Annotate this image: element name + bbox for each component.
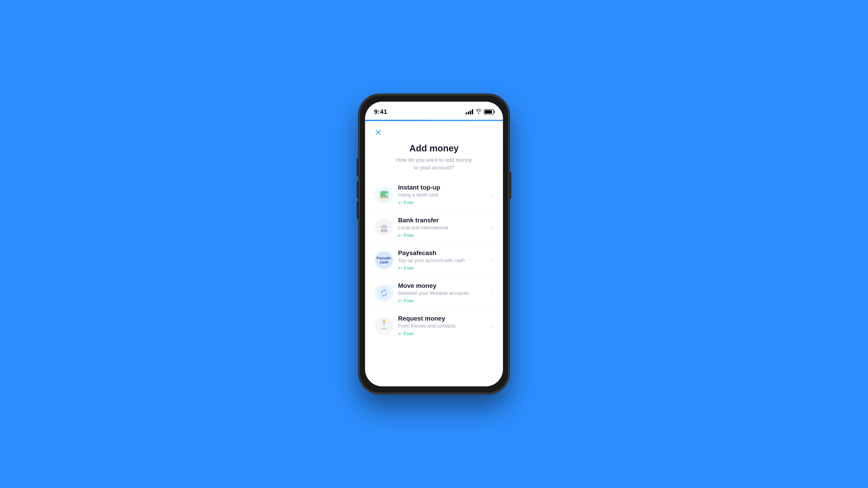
- page-subtitle: How do you want to add moneyto your acco…: [374, 156, 494, 171]
- bank-transfer-text: Bank transfer Local and international 🏷 …: [398, 217, 489, 238]
- instant-topup-title: Instant top-up: [398, 184, 489, 191]
- option-paysafecash[interactable]: Paysafe: cash Paysafecash Top up your ac…: [371, 244, 497, 277]
- paysafecash-title: Paysafecash: [398, 250, 489, 257]
- wifi-icon: [475, 109, 482, 115]
- phone-device: 9:41: [360, 95, 508, 393]
- request-money-title: Request money: [398, 315, 489, 322]
- svg-point-15: [378, 287, 391, 299]
- option-instant-topup[interactable]: Instant top-up Using a debit card 🏷 Free…: [371, 178, 497, 211]
- paysafecash-text: Paysafecash Top up your account with cas…: [398, 250, 489, 271]
- option-request-money[interactable]: Request money From friends and contacts …: [371, 310, 497, 342]
- svg-rect-9: [380, 231, 388, 231]
- close-button[interactable]: [373, 127, 383, 137]
- paysafecash-icon: Paysafe: cash: [375, 251, 393, 269]
- svg-point-14: [385, 231, 386, 233]
- status-time: 9:41: [374, 108, 387, 116]
- title-area: Add money How do you want to add moneyto…: [365, 140, 503, 178]
- battery-icon: [484, 109, 494, 114]
- instant-topup-icon: [375, 186, 393, 204]
- option-move-money[interactable]: Move money Between your Monese accounts …: [371, 277, 497, 310]
- move-money-text: Move money Between your Monese accounts …: [398, 282, 489, 304]
- bank-transfer-title: Bank transfer: [398, 217, 489, 224]
- move-money-badge: 🏷 Free: [398, 298, 414, 304]
- bank-transfer-desc: Local and international: [398, 225, 489, 231]
- svg-rect-11: [380, 227, 388, 228]
- request-money-desc: From friends and contacts: [398, 323, 489, 329]
- instant-topup-desc: Using a debit card: [398, 192, 489, 198]
- bank-transfer-badge: 🏷 Free: [398, 232, 414, 238]
- move-money-title: Move money: [398, 282, 489, 289]
- status-bar: 9:41: [365, 102, 503, 120]
- request-money-badge: 🏷 Free: [398, 331, 414, 337]
- options-list: Instant top-up Using a debit card 🏷 Free…: [365, 178, 503, 386]
- svg-rect-6: [381, 228, 383, 231]
- instant-topup-chevron: ›: [491, 191, 493, 198]
- status-icons: [466, 109, 494, 115]
- bank-transfer-icon: [375, 219, 393, 236]
- paysafecash-desc: Top up your account with cash: [398, 258, 489, 263]
- paysafecash-badge: 🏷 Free: [398, 265, 414, 271]
- phone-screen: 9:41: [365, 102, 503, 386]
- page-title: Add money: [374, 143, 494, 153]
- move-money-desc: Between your Monese accounts: [398, 290, 489, 296]
- paysafecash-chevron: ›: [491, 257, 493, 264]
- signal-icon: [466, 109, 473, 114]
- option-bank-transfer[interactable]: Bank transfer Local and international 🏷 …: [371, 211, 497, 244]
- request-money-chevron: ›: [491, 322, 493, 329]
- bank-transfer-chevron: ›: [491, 224, 493, 231]
- instant-topup-badge: 🏷 Free: [398, 200, 414, 205]
- move-money-icon: [375, 284, 393, 302]
- svg-rect-8: [385, 228, 387, 231]
- svg-point-20: [383, 320, 385, 322]
- instant-topup-text: Instant top-up Using a debit card 🏷 Free: [398, 184, 489, 205]
- svg-point-12: [381, 231, 383, 233]
- request-money-text: Request money From friends and contacts …: [398, 315, 489, 337]
- svg-point-13: [383, 231, 385, 233]
- move-money-chevron: ›: [491, 290, 493, 297]
- svg-rect-7: [383, 228, 385, 231]
- request-money-icon: [375, 317, 393, 335]
- app-content: Add money How do you want to add moneyto…: [365, 121, 503, 386]
